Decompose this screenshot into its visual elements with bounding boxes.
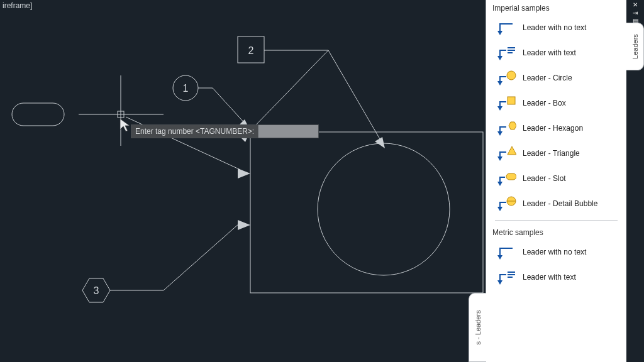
palette-item-label: Leader - Box (523, 99, 620, 108)
palette-item-label: Leader - Hexagon (523, 124, 620, 133)
palette-item-leader-box[interactable]: Leader - Box (486, 90, 626, 116)
leader-triangle-icon (497, 145, 516, 162)
prompt-input[interactable] (258, 125, 318, 138)
palette-item-metric-leader-no-text[interactable]: Leader with no text (486, 239, 626, 265)
leader-plain-icon (497, 19, 516, 36)
prompt-text: Enter tag number <TAGNUMBER>: (131, 125, 258, 138)
svg-rect-30 (508, 97, 515, 104)
leader-slot-icon (497, 170, 516, 187)
palette-titlebar: ✕ ⇥ ▤ (626, 0, 644, 23)
palette-item-label: Leader with no text (523, 248, 620, 257)
svg-point-28 (507, 71, 516, 80)
palette-item-metric-leader-with-text[interactable]: Leader with text (486, 265, 626, 290)
dynamic-input-prompt: Enter tag number <TAGNUMBER>: (131, 124, 319, 138)
leader-arrows (110, 50, 385, 290)
svg-marker-37 (497, 207, 502, 211)
tool-palette: ✕ ⇥ ▤ Leaders s - Leaders Imperial sampl… (486, 0, 626, 362)
divider (495, 220, 618, 221)
palette-item-label: Leader - Triangle (523, 149, 620, 158)
shape-rectangle (250, 132, 483, 293)
svg-text:3: 3 (94, 285, 99, 296)
palette-item-label: Leader with text (523, 273, 620, 282)
svg-line-12 (213, 88, 245, 124)
palette-item-leader-no-text[interactable]: Leader with no text (486, 15, 626, 40)
palette-item-leader-triangle[interactable]: Leader - Triangle (486, 141, 626, 166)
svg-line-8 (328, 50, 382, 143)
leader-circle-icon (497, 69, 516, 87)
shape-slot (12, 103, 64, 126)
tag-hexagon-3: 3 (82, 278, 110, 302)
svg-marker-22 (497, 31, 502, 35)
svg-marker-23 (497, 56, 502, 60)
svg-marker-35 (497, 182, 502, 186)
tag-circle-1: 1 (173, 75, 198, 101)
group-header-metric: Metric samples (486, 224, 626, 239)
svg-marker-29 (497, 106, 502, 111)
leader-plain-icon (497, 243, 516, 261)
palette-item-leader-detail-bubble[interactable]: Leader - Detail Bubble (486, 191, 626, 216)
svg-marker-9 (375, 137, 385, 148)
palette-item-leader-hexagon[interactable]: Leader - Hexagon (486, 116, 626, 141)
svg-marker-40 (497, 255, 502, 260)
mouse-pointer-icon (120, 119, 130, 131)
svg-marker-41 (497, 280, 502, 285)
svg-marker-33 (497, 156, 502, 161)
palette-item-label: Leader with text (523, 48, 620, 58)
group-header-imperial: Imperial samples (486, 0, 626, 15)
svg-marker-6 (238, 220, 250, 230)
leader-text-icon (497, 44, 516, 62)
svg-text:2: 2 (248, 45, 254, 56)
svg-line-10 (250, 50, 328, 131)
palette-item-label: Leader - Detail Bubble (523, 199, 620, 209)
leader-hexagon-icon (497, 119, 516, 137)
shape-circle (318, 143, 450, 275)
leader-box-icon (497, 94, 516, 112)
svg-line-15 (164, 224, 239, 290)
secondary-tab-label: s - Leaders (474, 310, 482, 344)
svg-marker-32 (509, 122, 516, 129)
palette-item-label: Leader with no text (523, 23, 620, 33)
tag-box-2: 2 (238, 36, 264, 63)
palette-item-label: Leader - Slot (523, 174, 620, 184)
svg-marker-27 (497, 81, 502, 85)
svg-rect-36 (506, 173, 516, 180)
leader-detail-bubble-icon (497, 195, 516, 212)
svg-marker-34 (508, 146, 516, 155)
palette-item-leader-slot[interactable]: Leader - Slot (486, 166, 626, 191)
palette-item-leader-with-text[interactable]: Leader with text (486, 40, 626, 65)
palette-secondary-tab[interactable]: s - Leaders (469, 293, 486, 362)
palette-tab-leaders[interactable]: Leaders (626, 23, 644, 70)
palette-item-label: Leader - Circle (523, 74, 620, 83)
svg-marker-31 (497, 131, 502, 136)
svg-marker-5 (238, 168, 250, 178)
palette-item-leader-circle[interactable]: Leader - Circle (486, 65, 626, 90)
palette-tab-label: Leaders (631, 34, 639, 59)
close-icon[interactable]: ✕ (630, 1, 641, 8)
leader-text-icon (497, 268, 516, 286)
autohide-icon[interactable]: ⇥ (630, 9, 641, 16)
svg-text:1: 1 (183, 83, 189, 94)
